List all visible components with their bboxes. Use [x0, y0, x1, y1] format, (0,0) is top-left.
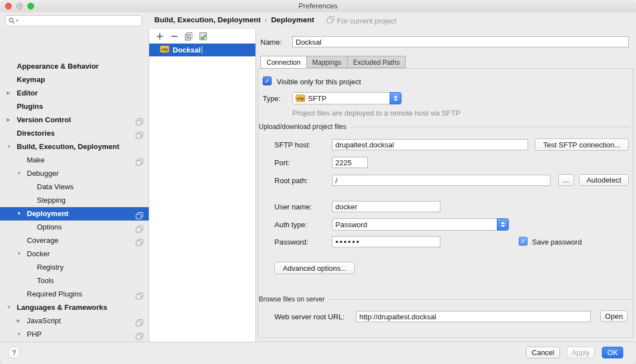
deployment-settings-panel: Name: ConnectionMappingsExcluded Paths ✓…: [256, 29, 636, 342]
sidebar-item-label: Editor: [17, 87, 38, 100]
sidebar-item-directories[interactable]: Directories: [0, 127, 149, 140]
server-list-item[interactable]: sftpDocksal: [149, 44, 255, 56]
sidebar-item-debugger[interactable]: ▼Debugger: [0, 167, 149, 180]
duplicate-server-button[interactable]: [184, 32, 193, 41]
sidebar-item-required-plugins[interactable]: Required Plugins: [0, 288, 149, 301]
breadcrumb: Build, Execution, Deployment›Deployment: [154, 16, 314, 24]
expand-arrow-icon[interactable]: ▶: [7, 113, 10, 127]
settings-tree: Appearance & BehaviorKeymap▶EditorPlugin…: [0, 29, 149, 342]
sidebar-item-label: Stepping: [37, 194, 65, 207]
sidebar-item-label: Version Control: [17, 113, 71, 127]
add-server-button[interactable]: [155, 32, 164, 41]
server-name-label: Docksal: [173, 46, 201, 54]
sidebar-item-label: Make: [27, 154, 45, 167]
tab-mappings[interactable]: Mappings: [306, 56, 347, 68]
sidebar-item-docker[interactable]: ▼Docker: [0, 247, 149, 261]
sidebar-item-build-execution-deployment[interactable]: ▼Build, Execution, Deployment: [0, 140, 149, 154]
sidebar-item-label: Languages & Frameworks: [17, 301, 107, 314]
search-icon: [8, 17, 16, 25]
use-as-default-icon: [199, 32, 207, 41]
collapse-arrow-icon[interactable]: ▼: [17, 207, 21, 221]
sftp-file-icon: sftp: [160, 45, 169, 55]
ok-button[interactable]: OK: [602, 347, 623, 358]
tab-excluded-paths[interactable]: Excluded Paths: [347, 56, 406, 68]
window-title: Preferences: [0, 2, 636, 10]
sidebar-item-keymap[interactable]: Keymap: [0, 73, 149, 87]
sidebar-item-label: Registry: [37, 261, 64, 274]
server-list-toolbar: [149, 29, 262, 44]
title-bar: Preferences: [0, 0, 636, 13]
expand-arrow-icon[interactable]: ▶: [17, 314, 20, 328]
name-label: Name:: [260, 38, 282, 46]
sidebar-item-options[interactable]: Options: [0, 221, 149, 234]
sidebar-item-coverage[interactable]: Coverage: [0, 234, 149, 247]
name-input[interactable]: [292, 36, 629, 47]
search-options-arrow-icon[interactable]: ▾: [16, 18, 18, 23]
sidebar-item-editor[interactable]: ▶Editor: [0, 87, 149, 100]
sidebar-item-version-control[interactable]: ▶Version Control: [0, 113, 149, 127]
collapse-arrow-icon[interactable]: ▼: [17, 167, 21, 180]
connection-tab-content: [258, 68, 633, 338]
sidebar-item-label: Appearance & Behavior: [17, 60, 99, 73]
server-list-panel: sftpDocksal: [149, 29, 256, 342]
sidebar-item-label: JavaScript: [27, 314, 61, 328]
preferences-window: Preferences ▾ Build, Execution, Deployme…: [0, 0, 636, 364]
for-current-project-icon: [136, 331, 143, 342]
scope-note-label: For current project: [337, 17, 396, 25]
breadcrumb-separator-icon: ›: [265, 16, 267, 24]
sidebar-item-label: PHP: [27, 328, 42, 341]
sidebar-item-label: Docker: [27, 247, 50, 261]
sidebar-item-label: Keymap: [17, 73, 45, 87]
use-as-default-button[interactable]: [199, 32, 207, 41]
sidebar-item-label: Deployment: [27, 207, 68, 221]
text-caret: [202, 46, 202, 54]
sidebar-item-appearance-behavior[interactable]: Appearance & Behavior: [0, 60, 149, 73]
settings-search-input[interactable]: ▾: [5, 15, 142, 26]
sidebar-item-label: Coverage: [27, 234, 58, 247]
svg-text:sftp: sftp: [161, 47, 169, 52]
sidebar-item-languages-frameworks[interactable]: ▼Languages & Frameworks: [0, 301, 149, 314]
sidebar-item-label: Directories: [17, 127, 55, 140]
sidebar-item-label: Required Plugins: [27, 288, 82, 301]
sidebar-item-deployment[interactable]: ▼Deployment: [0, 207, 149, 221]
tab-strip: ConnectionMappingsExcluded Paths: [260, 56, 406, 69]
sidebar-item-tools[interactable]: Tools: [0, 274, 149, 288]
body: Appearance & BehaviorKeymap▶EditorPlugin…: [0, 29, 636, 342]
collapse-arrow-icon[interactable]: ▼: [7, 301, 11, 314]
footer-bar: ? Cancel Apply OK: [0, 342, 636, 364]
collapse-arrow-icon[interactable]: ▼: [17, 247, 21, 261]
sidebar-item-registry[interactable]: Registry: [0, 261, 149, 274]
sidebar-item-label: Tools: [37, 274, 54, 288]
sidebar-item-plugins[interactable]: Plugins: [0, 100, 149, 113]
cancel-button[interactable]: Cancel: [526, 347, 560, 358]
collapse-arrow-icon[interactable]: ▼: [7, 140, 11, 154]
for-current-project-icon: [327, 16, 334, 25]
tab-connection[interactable]: Connection: [260, 56, 306, 69]
sidebar-item-label: Plugins: [17, 100, 43, 113]
sidebar-item-label: Debugger: [27, 167, 59, 180]
breadcrumb-item[interactable]: Build, Execution, Deployment: [154, 16, 261, 24]
sidebar-item-javascript[interactable]: ▶JavaScript: [0, 314, 149, 328]
duplicate-icon: [184, 32, 193, 41]
apply-button[interactable]: Apply: [567, 347, 595, 358]
collapse-arrow-icon[interactable]: ▼: [17, 328, 21, 341]
scope-note: For current project: [327, 16, 396, 25]
sidebar-item-stepping[interactable]: Stepping: [0, 194, 149, 207]
expand-arrow-icon[interactable]: ▶: [7, 87, 10, 100]
sidebar-item-label: Options: [37, 221, 62, 234]
sidebar-item-php[interactable]: ▼PHP: [0, 328, 149, 341]
sidebar-item-label: Build, Execution, Deployment: [17, 140, 119, 154]
remove-icon: [170, 32, 178, 40]
sidebar-item-make[interactable]: Make: [0, 154, 149, 167]
breadcrumb-item[interactable]: Deployment: [271, 16, 314, 24]
header-band: ▾ Build, Execution, Deployment›Deploymen…: [0, 12, 636, 29]
remove-server-button[interactable]: [170, 32, 178, 41]
help-button[interactable]: ?: [8, 346, 20, 358]
add-icon: [156, 32, 164, 40]
sidebar-item-data-views[interactable]: Data Views: [0, 180, 149, 194]
sidebar-item-label: Data Views: [37, 180, 74, 194]
